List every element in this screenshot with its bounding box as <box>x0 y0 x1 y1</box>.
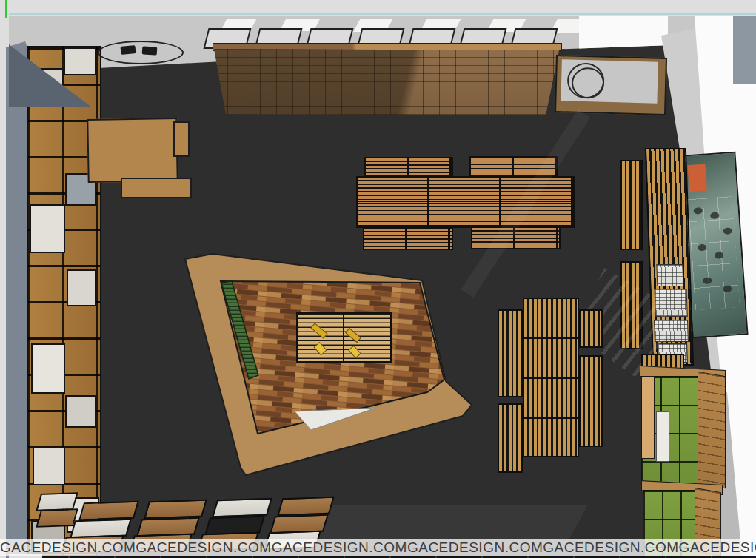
slat-bench <box>579 355 603 447</box>
slat-bench <box>498 403 523 473</box>
display-table <box>212 498 272 518</box>
axis-line-green <box>5 0 7 18</box>
artwork-orange-square <box>687 164 706 192</box>
shelf-cell <box>64 47 96 75</box>
slatted-bench <box>363 227 453 250</box>
watermark-text: GACEDESIGN.COM <box>136 539 271 556</box>
watermark-text: GACEDESIGN.COM <box>407 539 543 556</box>
shelf-cell <box>30 204 65 253</box>
side-cabinet <box>555 55 667 115</box>
right-wall-top-panel <box>733 16 756 84</box>
display-table <box>277 497 335 516</box>
top-edge-line <box>9 13 756 15</box>
hanging-wood-slat-panel <box>211 49 563 117</box>
slat-table-main <box>523 298 579 457</box>
round-ceiling-lamp <box>98 41 184 64</box>
locker-white-cell <box>656 411 669 462</box>
corner-desk <box>87 118 178 183</box>
slat-bench <box>498 309 523 397</box>
display-box <box>36 508 78 528</box>
slat-bench <box>579 309 603 348</box>
watermark-text: GACEDESIGN.COM <box>543 539 678 556</box>
watermark-text: GACEDESIGN.COM <box>679 539 756 556</box>
dark-seat <box>120 45 136 55</box>
locker-tan-cell <box>641 376 655 459</box>
corner-desk-extension <box>121 178 192 198</box>
shelf-cell <box>33 447 65 485</box>
locker-wood-side <box>698 372 726 489</box>
display-table <box>144 500 207 520</box>
wire-basket <box>656 264 683 286</box>
corner-desk-side <box>173 121 190 157</box>
shelf-cell <box>67 269 96 306</box>
dark-seat <box>142 46 158 55</box>
watermark-text: GACEDESIGN.COM <box>0 539 136 556</box>
render-canvas: GACEDESIGN.COM GACEDESIGN.COM GACEDESIGN… <box>0 0 756 558</box>
watermark-text: GACEDESIGN.COM <box>272 539 407 556</box>
display-table <box>78 501 139 521</box>
slat-shelf-narrow <box>620 160 643 250</box>
shelf-cell <box>31 343 65 394</box>
watermark-band: GACEDESIGN.COM GACEDESIGN.COM GACEDESIGN… <box>0 539 756 556</box>
shelf-cell <box>65 395 96 428</box>
central-wood-platform <box>181 248 485 485</box>
